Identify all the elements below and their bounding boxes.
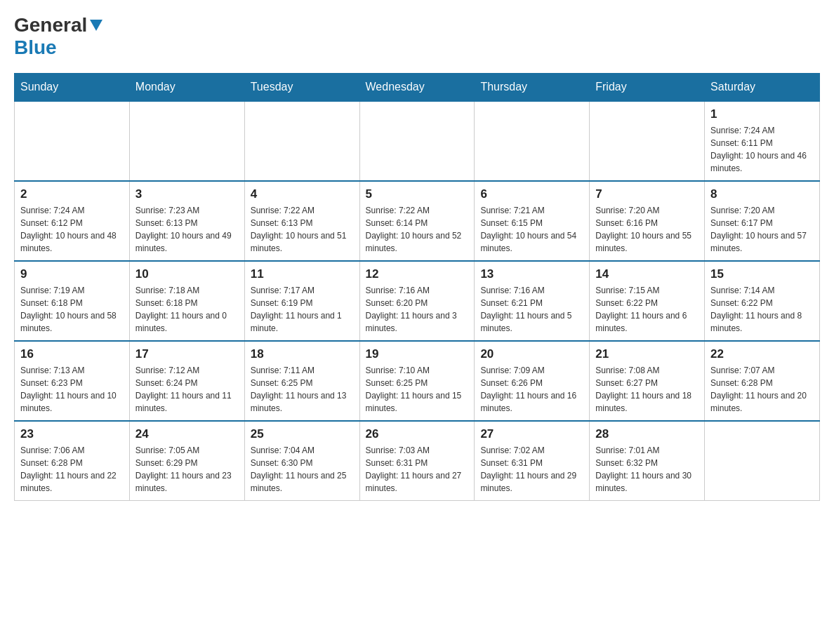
day-number: 11 — [251, 267, 354, 281]
day-info: Sunrise: 7:22 AMSunset: 6:13 PMDaylight:… — [251, 204, 354, 255]
day-number: 21 — [595, 347, 699, 361]
page-header: General Blue — [14, 14, 820, 59]
day-info: Sunrise: 7:05 AMSunset: 6:29 PMDaylight:… — [135, 444, 239, 495]
calendar-week-3: 9Sunrise: 7:19 AMSunset: 6:18 PMDaylight… — [15, 261, 820, 341]
calendar-cell: 13Sunrise: 7:16 AMSunset: 6:21 PMDayligh… — [475, 261, 590, 341]
day-info: Sunrise: 7:16 AMSunset: 6:20 PMDaylight:… — [366, 284, 469, 335]
day-number: 12 — [366, 267, 469, 281]
calendar-cell: 3Sunrise: 7:23 AMSunset: 6:13 PMDaylight… — [129, 181, 244, 261]
calendar-cell: 12Sunrise: 7:16 AMSunset: 6:20 PMDayligh… — [359, 261, 475, 341]
day-info: Sunrise: 7:19 AMSunset: 6:18 PMDaylight:… — [20, 284, 124, 335]
calendar-header-thursday: Thursday — [475, 74, 590, 102]
day-info: Sunrise: 7:18 AMSunset: 6:18 PMDaylight:… — [135, 284, 239, 335]
day-number: 26 — [366, 427, 469, 441]
day-number: 13 — [480, 267, 583, 281]
day-number: 16 — [20, 347, 124, 361]
day-number: 24 — [135, 427, 239, 441]
calendar-cell: 19Sunrise: 7:10 AMSunset: 6:25 PMDayligh… — [359, 341, 475, 421]
day-info: Sunrise: 7:21 AMSunset: 6:15 PMDaylight:… — [480, 204, 583, 255]
calendar-header-monday: Monday — [129, 74, 244, 102]
calendar-cell: 18Sunrise: 7:11 AMSunset: 6:25 PMDayligh… — [244, 341, 359, 421]
day-info: Sunrise: 7:20 AMSunset: 6:17 PMDaylight:… — [710, 204, 814, 255]
svg-marker-0 — [90, 20, 102, 31]
day-number: 1 — [710, 107, 814, 121]
day-info: Sunrise: 7:22 AMSunset: 6:14 PMDaylight:… — [366, 204, 469, 255]
day-number: 4 — [251, 187, 354, 201]
day-number: 17 — [135, 347, 239, 361]
day-number: 14 — [595, 267, 699, 281]
day-number: 10 — [135, 267, 239, 281]
calendar-week-2: 2Sunrise: 7:24 AMSunset: 6:12 PMDaylight… — [15, 181, 820, 261]
calendar-cell: 23Sunrise: 7:06 AMSunset: 6:28 PMDayligh… — [15, 421, 130, 501]
calendar-cell: 4Sunrise: 7:22 AMSunset: 6:13 PMDaylight… — [244, 181, 359, 261]
day-info: Sunrise: 7:11 AMSunset: 6:25 PMDaylight:… — [251, 364, 354, 415]
day-number: 8 — [710, 187, 814, 201]
day-number: 6 — [480, 187, 583, 201]
day-info: Sunrise: 7:13 AMSunset: 6:23 PMDaylight:… — [20, 364, 124, 415]
calendar-cell: 17Sunrise: 7:12 AMSunset: 6:24 PMDayligh… — [129, 341, 244, 421]
calendar-cell: 25Sunrise: 7:04 AMSunset: 6:30 PMDayligh… — [244, 421, 359, 501]
calendar-header-wednesday: Wednesday — [359, 74, 475, 102]
day-number: 19 — [366, 347, 469, 361]
calendar-cell: 10Sunrise: 7:18 AMSunset: 6:18 PMDayligh… — [129, 261, 244, 341]
day-number: 9 — [20, 267, 124, 281]
day-info: Sunrise: 7:12 AMSunset: 6:24 PMDaylight:… — [135, 364, 239, 415]
calendar-cell: 26Sunrise: 7:03 AMSunset: 6:31 PMDayligh… — [359, 421, 475, 501]
day-number: 27 — [480, 427, 583, 441]
calendar-cell — [129, 101, 244, 181]
calendar-cell: 20Sunrise: 7:09 AMSunset: 6:26 PMDayligh… — [475, 341, 590, 421]
day-number: 23 — [20, 427, 124, 441]
calendar-cell: 9Sunrise: 7:19 AMSunset: 6:18 PMDaylight… — [15, 261, 130, 341]
calendar-cell: 21Sunrise: 7:08 AMSunset: 6:27 PMDayligh… — [590, 341, 705, 421]
calendar-cell — [705, 421, 820, 501]
calendar-week-1: 1Sunrise: 7:24 AMSunset: 6:11 PMDaylight… — [15, 101, 820, 181]
day-number: 3 — [135, 187, 239, 201]
calendar-cell: 6Sunrise: 7:21 AMSunset: 6:15 PMDaylight… — [475, 181, 590, 261]
day-info: Sunrise: 7:15 AMSunset: 6:22 PMDaylight:… — [595, 284, 699, 335]
calendar-cell — [244, 101, 359, 181]
calendar-cell — [15, 101, 130, 181]
day-number: 18 — [251, 347, 354, 361]
day-info: Sunrise: 7:03 AMSunset: 6:31 PMDaylight:… — [366, 444, 469, 495]
day-info: Sunrise: 7:01 AMSunset: 6:32 PMDaylight:… — [595, 444, 699, 495]
logo: General Blue — [14, 14, 102, 59]
day-number: 25 — [251, 427, 354, 441]
day-info: Sunrise: 7:10 AMSunset: 6:25 PMDaylight:… — [366, 364, 469, 415]
day-number: 15 — [710, 267, 814, 281]
day-number: 28 — [595, 427, 699, 441]
day-info: Sunrise: 7:24 AMSunset: 6:11 PMDaylight:… — [710, 124, 814, 175]
day-info: Sunrise: 7:06 AMSunset: 6:28 PMDaylight:… — [20, 444, 124, 495]
calendar-cell: 11Sunrise: 7:17 AMSunset: 6:19 PMDayligh… — [244, 261, 359, 341]
day-info: Sunrise: 7:08 AMSunset: 6:27 PMDaylight:… — [595, 364, 699, 415]
calendar-cell: 15Sunrise: 7:14 AMSunset: 6:22 PMDayligh… — [705, 261, 820, 341]
calendar-cell: 1Sunrise: 7:24 AMSunset: 6:11 PMDaylight… — [705, 101, 820, 181]
day-number: 5 — [366, 187, 469, 201]
calendar-cell: 8Sunrise: 7:20 AMSunset: 6:17 PMDaylight… — [705, 181, 820, 261]
calendar-cell — [359, 101, 475, 181]
day-number: 22 — [710, 347, 814, 361]
calendar-cell: 28Sunrise: 7:01 AMSunset: 6:32 PMDayligh… — [590, 421, 705, 501]
day-info: Sunrise: 7:24 AMSunset: 6:12 PMDaylight:… — [20, 204, 124, 255]
day-info: Sunrise: 7:02 AMSunset: 6:31 PMDaylight:… — [480, 444, 583, 495]
day-number: 2 — [20, 187, 124, 201]
calendar-week-4: 16Sunrise: 7:13 AMSunset: 6:23 PMDayligh… — [15, 341, 820, 421]
calendar-header-friday: Friday — [590, 74, 705, 102]
calendar-header-row: SundayMondayTuesdayWednesdayThursdayFrid… — [15, 74, 820, 102]
calendar-cell: 24Sunrise: 7:05 AMSunset: 6:29 PMDayligh… — [129, 421, 244, 501]
logo-general-text: General — [14, 14, 87, 36]
calendar-header-tuesday: Tuesday — [244, 74, 359, 102]
calendar-cell: 14Sunrise: 7:15 AMSunset: 6:22 PMDayligh… — [590, 261, 705, 341]
calendar-week-5: 23Sunrise: 7:06 AMSunset: 6:28 PMDayligh… — [15, 421, 820, 501]
calendar-table: SundayMondayTuesdayWednesdayThursdayFrid… — [14, 73, 820, 501]
logo-arrow-icon — [90, 20, 102, 34]
day-info: Sunrise: 7:07 AMSunset: 6:28 PMDaylight:… — [710, 364, 814, 415]
day-info: Sunrise: 7:23 AMSunset: 6:13 PMDaylight:… — [135, 204, 239, 255]
logo-blue-text: Blue — [14, 36, 57, 58]
calendar-cell: 22Sunrise: 7:07 AMSunset: 6:28 PMDayligh… — [705, 341, 820, 421]
calendar-header-sunday: Sunday — [15, 74, 130, 102]
calendar-cell — [475, 101, 590, 181]
day-info: Sunrise: 7:09 AMSunset: 6:26 PMDaylight:… — [480, 364, 583, 415]
day-info: Sunrise: 7:04 AMSunset: 6:30 PMDaylight:… — [251, 444, 354, 495]
day-number: 7 — [595, 187, 699, 201]
day-info: Sunrise: 7:20 AMSunset: 6:16 PMDaylight:… — [595, 204, 699, 255]
